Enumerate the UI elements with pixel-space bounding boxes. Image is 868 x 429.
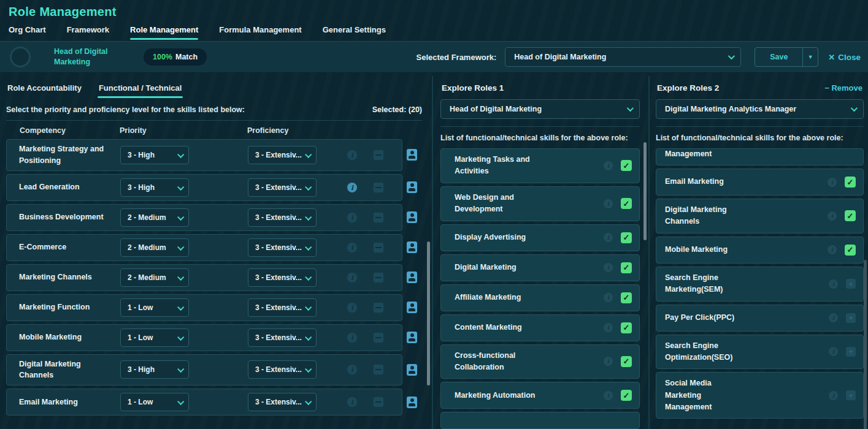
priority-select[interactable]: 1 - Low <box>120 393 189 411</box>
checked-checkbox-icon[interactable]: ✓ <box>621 160 632 171</box>
nav-tab[interactable]: Org Chart <box>9 25 46 40</box>
skills-panel-tab[interactable]: Role Accountability <box>6 81 83 98</box>
info-icon[interactable]: i <box>828 211 837 221</box>
priority-select[interactable]: 2 - Medium <box>120 208 189 227</box>
remove-skill-icon[interactable] <box>374 333 383 343</box>
skills-panel-tab[interactable]: Functional / Technical <box>98 81 183 98</box>
close-button[interactable]: ✕ Close <box>828 53 861 62</box>
proficiency-select[interactable]: 3 - Extensiv... <box>248 238 317 257</box>
checked-checkbox-icon[interactable]: ✓ <box>621 262 632 273</box>
remove-skill-icon[interactable] <box>374 397 383 407</box>
proficiency-select[interactable]: 3 - Extensiv... <box>248 208 317 227</box>
save-button[interactable]: Save <box>755 48 803 66</box>
priority-select[interactable]: 1 - Low <box>120 298 189 317</box>
info-icon[interactable]: i <box>828 178 837 187</box>
explore-roles-2-select[interactable]: Digital Marketing Analytics Manager <box>656 99 864 119</box>
info-icon[interactable]: i <box>604 199 613 208</box>
nav-tab[interactable]: Formula Management <box>219 25 301 40</box>
assign-person-icon[interactable] <box>407 241 417 253</box>
nav-tab[interactable]: General Settings <box>323 25 386 40</box>
remove-skill-icon[interactable] <box>374 365 383 374</box>
checked-checkbox-icon[interactable]: ✓ <box>845 210 856 221</box>
save-menu-caret[interactable]: ▼ <box>803 48 818 66</box>
info-icon[interactable]: i <box>829 279 838 289</box>
skill-row-card: Marketing Channels 2 - Medium 3 - Extens… <box>6 264 402 291</box>
info-icon[interactable]: i <box>347 397 357 407</box>
add-skill-icon[interactable]: + <box>846 279 856 289</box>
add-skill-icon[interactable]: + <box>846 313 856 323</box>
explore-roles-1-select[interactable]: Head of Digital Marketing <box>440 99 640 119</box>
assign-person-icon[interactable] <box>407 181 417 193</box>
info-icon[interactable]: i <box>829 391 838 400</box>
explore-roles-2-scrollbar[interactable] <box>864 260 867 429</box>
assign-person-icon[interactable] <box>407 364 417 376</box>
left-panel-scrollbar[interactable] <box>427 241 430 385</box>
remove-skill-icon[interactable] <box>374 183 383 192</box>
proficiency-select[interactable]: 3 - Extensiv... <box>248 393 317 411</box>
proficiency-select[interactable]: 3 - Extensiv... <box>248 298 317 317</box>
checked-checkbox-icon[interactable]: ✓ <box>621 356 632 367</box>
info-icon[interactable]: i <box>604 357 613 366</box>
checked-checkbox-icon[interactable]: ✓ <box>621 232 632 243</box>
info-icon[interactable]: i <box>828 245 837 254</box>
info-icon[interactable]: i <box>347 303 357 313</box>
assign-person-icon[interactable] <box>407 271 417 283</box>
framework-select[interactable]: Head of Digital Marketing <box>505 47 741 67</box>
info-icon[interactable]: i <box>347 333 357 343</box>
info-icon[interactable]: i <box>829 347 838 356</box>
proficiency-select[interactable]: 3 - Extensiv... <box>248 268 317 287</box>
info-icon[interactable]: i <box>347 213 357 222</box>
proficiency-select[interactable]: 3 - Extensiv... <box>248 328 317 347</box>
info-icon[interactable]: i <box>347 273 357 283</box>
priority-select[interactable]: 3 - High <box>120 146 189 164</box>
divider <box>6 120 422 121</box>
priority-select[interactable]: 3 - High <box>120 360 189 379</box>
info-icon[interactable]: i <box>347 243 357 252</box>
info-icon[interactable]: i <box>604 323 613 332</box>
explore-roles-2-list: Management i ✓ + Email Marketing i ✓ <box>656 148 864 419</box>
top-nav: Org Chart Framework Role Management Form… <box>0 20 868 40</box>
info-icon[interactable]: i <box>347 183 357 192</box>
proficiency-select[interactable]: 3 - Extensiv... <box>248 360 317 379</box>
info-icon[interactable]: i <box>829 313 838 322</box>
checked-checkbox-icon[interactable]: ✓ <box>621 390 632 401</box>
remove-skill-icon[interactable] <box>374 150 383 160</box>
remove-skill-icon[interactable] <box>374 243 383 252</box>
priority-select[interactable]: 1 - Low <box>120 328 189 347</box>
nav-tab[interactable]: Role Management <box>130 25 198 40</box>
priority-select[interactable]: 2 - Medium <box>120 268 189 287</box>
proficiency-select[interactable]: 3 - Extensiv... <box>248 146 317 164</box>
remove-panel-button[interactable]: − Remove <box>824 83 862 93</box>
skill-label: Social Media Marketing Management <box>665 378 750 413</box>
add-skill-icon[interactable]: + <box>846 347 856 357</box>
checked-checkbox-icon[interactable]: ✓ <box>621 198 632 209</box>
priority-value: 3 - High <box>128 365 155 374</box>
remove-skill-icon[interactable] <box>374 303 383 313</box>
explore-roles-1-title: Explore Roles 1 <box>442 83 504 93</box>
remove-skill-icon[interactable] <box>374 273 383 283</box>
priority-select[interactable]: 3 - High <box>120 178 189 197</box>
assign-person-icon[interactable] <box>407 397 417 408</box>
info-icon[interactable]: i <box>604 263 613 272</box>
checked-checkbox-icon[interactable]: ✓ <box>621 292 632 303</box>
assign-person-icon[interactable] <box>407 149 417 161</box>
assign-person-icon[interactable] <box>407 211 417 223</box>
remove-skill-icon[interactable] <box>374 213 383 222</box>
explore-roles-1-scrollbar[interactable] <box>643 142 647 240</box>
proficiency-select[interactable]: 3 - Extensiv... <box>248 178 317 197</box>
info-icon[interactable]: i <box>604 233 613 242</box>
info-icon[interactable]: i <box>604 293 613 302</box>
info-icon[interactable]: i <box>347 150 357 160</box>
checked-checkbox-icon[interactable]: ✓ <box>845 177 856 188</box>
skill-row-card: Marketing Strategy and Positioning 3 - H… <box>6 139 402 171</box>
priority-select[interactable]: 2 - Medium <box>120 238 189 257</box>
info-icon[interactable]: i <box>604 161 613 170</box>
checked-checkbox-icon[interactable]: ✓ <box>845 245 856 256</box>
assign-person-icon[interactable] <box>407 302 417 313</box>
assign-person-icon[interactable] <box>407 332 417 343</box>
checked-checkbox-icon[interactable]: ✓ <box>621 322 632 333</box>
nav-tab[interactable]: Framework <box>67 25 109 40</box>
info-icon[interactable]: i <box>604 391 613 400</box>
add-skill-icon[interactable]: + <box>846 390 856 400</box>
info-icon[interactable]: i <box>347 365 357 374</box>
